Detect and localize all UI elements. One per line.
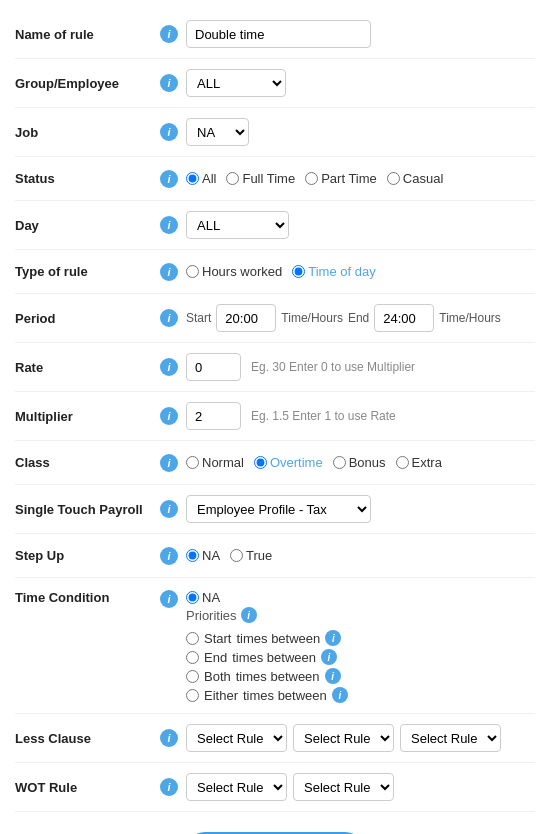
type-time-of-day-radio[interactable] [292, 265, 305, 278]
name-of-rule-row: Name of rule i [15, 10, 535, 59]
wot-rule-control: Select Rule Rule 1 Rule 2 Select Rule Ru… [186, 773, 535, 801]
type-of-rule-info-icon[interactable]: i [160, 263, 178, 281]
priority-start-radio[interactable] [186, 632, 199, 645]
group-employee-info-icon[interactable]: i [160, 74, 178, 92]
period-label: Period [15, 311, 160, 326]
type-hours-worked-option[interactable]: Hours worked [186, 264, 282, 279]
status-all-radio[interactable] [186, 172, 199, 185]
less-clause-select-3[interactable]: Select Rule Rule 1 Rule 2 [400, 724, 501, 752]
time-condition-top: NA [186, 590, 348, 605]
step-up-label: Step Up [15, 548, 160, 563]
class-info-icon[interactable]: i [160, 454, 178, 472]
less-clause-select-1[interactable]: Select Rule Rule 1 Rule 2 [186, 724, 287, 752]
status-all-option[interactable]: All [186, 171, 216, 186]
type-of-rule-label: Type of rule [15, 264, 160, 279]
multiplier-input[interactable] [186, 402, 241, 430]
priority-start-option[interactable] [186, 632, 199, 645]
class-normal-radio[interactable] [186, 456, 199, 469]
job-info-icon[interactable]: i [160, 123, 178, 141]
multiplier-info-icon[interactable]: i [160, 407, 178, 425]
status-fulltime-radio[interactable] [226, 172, 239, 185]
class-bonus-radio[interactable] [333, 456, 346, 469]
step-up-na-radio[interactable] [186, 549, 199, 562]
rate-input[interactable] [186, 353, 241, 381]
time-condition-info-icon[interactable]: i [160, 590, 178, 608]
step-up-info-icon[interactable]: i [160, 547, 178, 565]
time-condition-na-option[interactable]: NA [186, 590, 220, 605]
priority-end-label: End [204, 650, 227, 665]
priorities-section: Priorities i Start times between i End [186, 607, 348, 703]
priorities-label: Priorities [186, 608, 237, 623]
period-time-hours-1: Time/Hours [281, 311, 343, 325]
single-touch-payroll-control: Employee Profile - Tax Option 2 Option 3 [186, 495, 535, 523]
priority-either-radio[interactable] [186, 689, 199, 702]
status-parttime-radio[interactable] [305, 172, 318, 185]
time-condition-na-radio[interactable] [186, 591, 199, 604]
priority-end-row: End times between i [186, 649, 348, 665]
single-touch-payroll-select[interactable]: Employee Profile - Tax Option 2 Option 3 [186, 495, 371, 523]
class-bonus-option[interactable]: Bonus [333, 455, 386, 470]
single-touch-payroll-info-icon[interactable]: i [160, 500, 178, 518]
step-up-row: Step Up i NA True [15, 534, 535, 578]
type-hours-worked-radio[interactable] [186, 265, 199, 278]
step-up-true-option[interactable]: True [230, 548, 272, 563]
status-info-icon[interactable]: i [160, 170, 178, 188]
period-info-icon[interactable]: i [160, 309, 178, 327]
job-row: Job i NA Job1 Job2 [15, 108, 535, 157]
name-of-rule-info-icon[interactable]: i [160, 25, 178, 43]
time-condition-row: Time Condition i NA Priorities i Start [15, 578, 535, 714]
priority-both-radio[interactable] [186, 670, 199, 683]
priority-start-times-between: times between [236, 631, 320, 646]
class-overtime-option[interactable]: Overtime [254, 455, 323, 470]
period-end-input[interactable] [374, 304, 434, 332]
class-extra-radio[interactable] [396, 456, 409, 469]
day-info-icon[interactable]: i [160, 216, 178, 234]
less-clause-info-icon[interactable]: i [160, 729, 178, 747]
type-of-rule-radio-group: Hours worked Time of day [186, 264, 376, 279]
rate-info-icon[interactable]: i [160, 358, 178, 376]
priority-both-option[interactable] [186, 670, 199, 683]
class-overtime-radio[interactable] [254, 456, 267, 469]
wot-rule-select-1[interactable]: Select Rule Rule 1 Rule 2 [186, 773, 287, 801]
wot-rule-info-icon[interactable]: i [160, 778, 178, 796]
status-fulltime-option[interactable]: Full Time [226, 171, 295, 186]
class-extra-option[interactable]: Extra [396, 455, 442, 470]
type-time-of-day-option[interactable]: Time of day [292, 264, 375, 279]
status-control: All Full Time Part Time Casual [186, 171, 535, 186]
priority-either-times-between: times between [243, 688, 327, 703]
less-clause-dropdowns: Select Rule Rule 1 Rule 2 Select Rule Ru… [186, 724, 501, 752]
type-hours-worked-label: Hours worked [202, 264, 282, 279]
class-overtime-label: Overtime [270, 455, 323, 470]
type-of-rule-row: Type of rule i Hours worked Time of day [15, 250, 535, 294]
priority-end-radio[interactable] [186, 651, 199, 664]
wot-rule-row: WOT Rule i Select Rule Rule 1 Rule 2 Sel… [15, 763, 535, 812]
priority-start-row: Start times between i [186, 630, 348, 646]
priority-end-info-icon[interactable]: i [321, 649, 337, 665]
rate-row: Rate i Eg. 30 Enter 0 to use Multiplier [15, 343, 535, 392]
status-parttime-option[interactable]: Part Time [305, 171, 377, 186]
class-normal-option[interactable]: Normal [186, 455, 244, 470]
status-casual-option[interactable]: Casual [387, 171, 443, 186]
class-extra-label: Extra [412, 455, 442, 470]
priority-either-option[interactable] [186, 689, 199, 702]
less-clause-select-2[interactable]: Select Rule Rule 1 Rule 2 [293, 724, 394, 752]
step-up-true-radio[interactable] [230, 549, 243, 562]
step-up-na-option[interactable]: NA [186, 548, 220, 563]
job-select[interactable]: NA Job1 Job2 [186, 118, 249, 146]
status-casual-radio[interactable] [387, 172, 400, 185]
period-start-input[interactable] [216, 304, 276, 332]
priority-both-info-icon[interactable]: i [325, 668, 341, 684]
priority-start-info-icon[interactable]: i [325, 630, 341, 646]
status-parttime-label: Part Time [321, 171, 377, 186]
day-select[interactable]: ALL Monday Tuesday Wednesday Thursday Fr… [186, 211, 289, 239]
name-of-rule-input[interactable] [186, 20, 371, 48]
multiplier-control: Eg. 1.5 Enter 1 to use Rate [186, 402, 535, 430]
job-control: NA Job1 Job2 [186, 118, 535, 146]
priority-either-info-icon[interactable]: i [332, 687, 348, 703]
group-employee-select[interactable]: ALL Group1 Employee1 [186, 69, 286, 97]
time-condition-content: NA Priorities i Start times between i [186, 590, 348, 703]
wot-rule-select-2[interactable]: Select Rule Rule 1 Rule 2 [293, 773, 394, 801]
priorities-info-icon[interactable]: i [241, 607, 257, 623]
priority-end-option[interactable] [186, 651, 199, 664]
priorities-header: Priorities i [186, 607, 348, 623]
